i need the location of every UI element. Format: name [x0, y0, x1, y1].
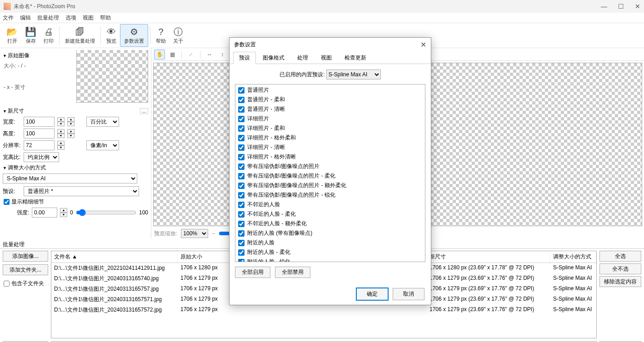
section-original[interactable]: ▼原始图像: [3, 52, 75, 59]
minimize-button[interactable]: —: [601, 3, 607, 10]
width-down[interactable]: ▼: [57, 122, 65, 126]
settings-modal: 参数设置 ✕ 预设图像格式处理视图检查更新 已启用的内置预设: S-Spline…: [229, 37, 431, 305]
preset-checklist[interactable]: 普通照片普通照片 - 柔和普通照片 - 清晰详细照片详细照片 - 柔和详细照片 …: [235, 84, 425, 262]
tab-检查更新[interactable]: 检查更新: [339, 52, 372, 64]
table-row[interactable]: D:\...\文件1\微信图片_202403131657572.jpg1706 …: [51, 305, 596, 315]
toolbar-打开[interactable]: 📂打开: [3, 24, 21, 47]
tab-预设[interactable]: 预设: [233, 52, 256, 64]
col-filename[interactable]: 文件名 ▲: [51, 251, 178, 263]
aspect-select[interactable]: 约束比例: [24, 152, 59, 162]
toolbar-关于[interactable]: ⓘ关于: [170, 24, 187, 47]
cancel-button[interactable]: 取消: [393, 288, 424, 300]
disable-all-button[interactable]: 全部禁用: [275, 267, 310, 278]
resolution-input[interactable]: [24, 140, 55, 150]
modal-close-button[interactable]: ✕: [420, 40, 426, 49]
resize-method-select[interactable]: S-Spline Max AI: [3, 173, 137, 183]
col-method[interactable]: 调整大小的方式: [550, 251, 596, 263]
menu-批量处理[interactable]: 批量处理: [37, 14, 59, 22]
remove-selected-button[interactable]: 移除选定内容: [599, 276, 641, 287]
保存-icon: 💾: [25, 27, 36, 37]
toolbar-参数设置[interactable]: ⚙参数设置: [120, 24, 148, 47]
intensity-input[interactable]: [32, 208, 57, 218]
preset-item[interactable]: 不邻近的人脸: [236, 200, 424, 209]
toolbar-预览[interactable]: 👁预览: [103, 24, 120, 47]
width-up[interactable]: ▲: [57, 117, 65, 122]
tab-图像格式[interactable]: 图像格式: [257, 52, 290, 64]
menu-编辑[interactable]: 编辑: [20, 14, 31, 22]
maximize-button[interactable]: ☐: [618, 3, 624, 10]
toolbar-保存[interactable]: 💾保存: [21, 24, 40, 47]
toolbar-打印[interactable]: 🖨打印: [40, 24, 57, 47]
marquee-tool-button[interactable]: ▦: [167, 50, 178, 59]
preset-item[interactable]: 不邻近的人脸 - 额外柔化: [236, 219, 424, 228]
height-input[interactable]: [24, 129, 55, 139]
preset-item[interactable]: 普通照片: [236, 85, 424, 95]
preset-item[interactable]: 带有压缩伪影/图像噪点的照片 - 柔化: [236, 171, 424, 181]
crop-tool-button[interactable]: ⟋: [185, 50, 196, 59]
show-detail-checkbox[interactable]: [4, 199, 10, 205]
preset-item[interactable]: 详细照片 - 格外清晰: [236, 152, 424, 162]
preset-item[interactable]: 普通照片 - 柔和: [236, 95, 424, 104]
hand-tool-button[interactable]: ✋: [154, 50, 165, 59]
add-folder-button[interactable]: 添加文件夹...: [3, 264, 48, 275]
preset-item[interactable]: 详细照片 - 柔和: [236, 124, 424, 133]
col-new-size[interactable]: 新尺寸: [427, 251, 550, 263]
width-input[interactable]: [24, 117, 55, 127]
preset-item[interactable]: 附近的人脸 - 锐化: [236, 257, 424, 262]
titlebar: 未命名* - PhotoZoom Pro — ☐ ✕: [0, 0, 644, 13]
打开-icon: 📂: [6, 27, 18, 37]
tab-视图[interactable]: 视图: [315, 52, 338, 64]
resolution-unit-select[interactable]: 像素/in: [86, 140, 119, 150]
preset-item[interactable]: 附近的人脸: [236, 238, 424, 248]
zoom-out-button[interactable]: −: [212, 230, 215, 237]
preset-item[interactable]: 带有压缩伪影/图像噪点的照片 - 额外柔化: [236, 181, 424, 190]
参数设置-icon: ⚙: [130, 27, 138, 37]
toolbar-帮助[interactable]: ?帮助: [152, 24, 170, 47]
menu-视图[interactable]: 视图: [83, 14, 94, 22]
app-icon: [4, 3, 11, 10]
preset-item[interactable]: 带有压缩伪影/图像噪点的照片 - 锐化: [236, 190, 424, 200]
preset-select[interactable]: 普通照片 *: [24, 186, 139, 196]
preset-item[interactable]: 详细照片 - 格外柔和: [236, 133, 424, 143]
batch-title: 批量处理: [3, 241, 25, 248]
zoom-select[interactable]: 100%: [181, 229, 208, 238]
preset-item[interactable]: 不邻近的人脸 - 柔化: [236, 209, 424, 219]
add-image-button[interactable]: 添加图像...: [3, 251, 48, 262]
original-size-label: 大小: - / -: [4, 62, 75, 70]
打印-icon: 🖨: [44, 27, 53, 37]
preset-item[interactable]: 详细照片: [236, 114, 424, 124]
modal-title: 参数设置: [234, 41, 256, 49]
menu-文件[interactable]: 文件: [3, 14, 14, 22]
section-newsize[interactable]: ▼新尺寸 ...: [3, 107, 148, 115]
enable-all-button[interactable]: 全部启用: [235, 267, 270, 278]
preset-item[interactable]: 带有压缩伪影/图像噪点的照片: [236, 162, 424, 171]
unit-select[interactable]: 百分比: [86, 117, 119, 127]
menu-选项[interactable]: 选项: [65, 14, 76, 22]
ok-button[interactable]: 确定: [356, 288, 388, 300]
menu-帮助[interactable]: 帮助: [100, 14, 111, 22]
original-unit-label: - x - 英寸: [4, 84, 75, 91]
帮助-icon: ?: [158, 27, 163, 37]
intensity-slider[interactable]: [76, 209, 136, 216]
deselect-all-button[interactable]: 全不选: [599, 263, 641, 274]
menubar: 文件编辑批量处理选项视图帮助: [0, 13, 644, 23]
builtin-preset-select[interactable]: S-Spline Max AI: [326, 69, 381, 79]
window-title: 未命名* - PhotoZoom Pro: [14, 3, 75, 10]
section-resize-method[interactable]: ▼调整大小的方式: [3, 164, 148, 172]
toolbar-新建批量处理[interactable]: 🗐新建批量处理: [61, 24, 99, 47]
新建批量处理-icon: 🗐: [75, 27, 85, 37]
preset-item[interactable]: 附近的人脸 (带有图像噪点): [236, 228, 424, 238]
include-subfolder-checkbox[interactable]: [4, 281, 10, 287]
original-preview: [76, 50, 148, 103]
preset-item[interactable]: 普通照片 - 清晰: [236, 104, 424, 114]
select-all-button[interactable]: 全选: [599, 251, 641, 262]
preset-item[interactable]: 详细照片 - 清晰: [236, 143, 424, 152]
预览-icon: 👁: [107, 27, 116, 37]
tab-处理[interactable]: 处理: [291, 52, 314, 64]
newsize-options-button[interactable]: ...: [140, 108, 148, 114]
flip-v-button[interactable]: ↕: [217, 50, 228, 59]
left-panel: ▼原始图像 大小: - / - - x - 英寸 ▼新尺寸 ... 宽度: ▲▼…: [0, 48, 151, 239]
preset-item[interactable]: 附近的人脸 - 柔化: [236, 248, 424, 257]
close-button[interactable]: ✕: [635, 3, 640, 10]
flip-h-button[interactable]: ↔: [204, 50, 215, 59]
